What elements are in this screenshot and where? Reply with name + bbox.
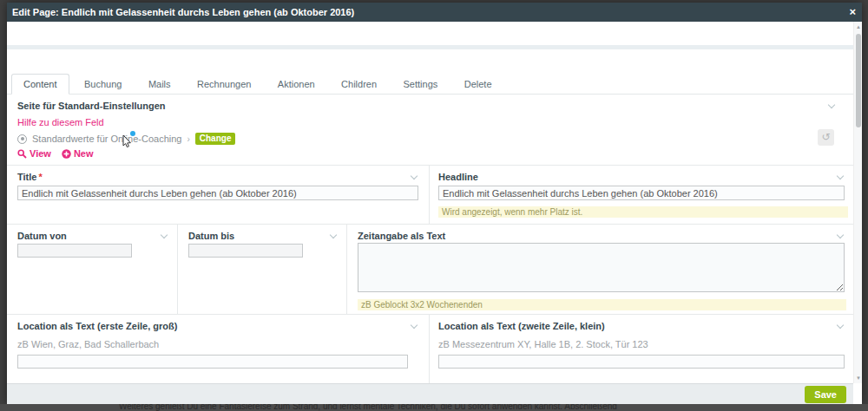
scroll-down-icon[interactable]: ▼	[854, 374, 863, 382]
tab-children[interactable]: Children	[330, 75, 388, 95]
close-icon[interactable]: ×	[849, 3, 856, 22]
tab-rechnungen[interactable]: Rechnungen	[186, 75, 262, 95]
view-link[interactable]: View	[17, 148, 51, 159]
chevron-down-icon[interactable]	[330, 232, 337, 238]
refresh-icon[interactable]: ↺	[818, 129, 834, 146]
location-2-label: Location als Text (zweite Zeile, klein)	[438, 321, 605, 331]
title-panel: Title*	[7, 166, 430, 224]
modal-titlebar: Edit Page: Endlich mit Gelassenheit durc…	[7, 3, 862, 22]
headline-panel: Headline Wird angezeigt, wenn mehr Platz…	[430, 166, 853, 224]
datum-bis-label: Datum bis	[188, 231, 234, 241]
headline-label: Headline	[438, 172, 478, 182]
zeitangabe-textarea[interactable]	[358, 243, 845, 292]
title-headline-row: Title* Headline Wird angezeigt, wenn meh…	[7, 166, 853, 225]
location-2-hint: zB Messezentrum XY, Halle 1B, 2. Stock, …	[438, 339, 648, 349]
chevron-down-icon[interactable]	[837, 322, 844, 329]
tab-buchung[interactable]: Buchung	[73, 75, 133, 95]
magnifier-icon	[17, 149, 27, 159]
location-1-hint: zB Wien, Graz, Bad Schallerbach	[17, 339, 159, 349]
defaults-section: Seite für Standard-Einstellungen Hilfe z…	[7, 95, 853, 166]
chevron-down-icon[interactable]	[828, 101, 835, 108]
datum-bis-input[interactable]	[188, 244, 303, 258]
chevron-down-icon[interactable]	[837, 232, 844, 238]
location-1-label: Location als Text (erste Zeile, groß)	[17, 321, 177, 331]
selected-default-label: Standardwerte für Online-Coaching	[32, 134, 181, 144]
chevron-right-icon: ›	[187, 134, 189, 144]
required-asterisk: *	[38, 172, 42, 182]
save-button[interactable]: Save	[805, 386, 846, 403]
location-2-panel: Location als Text (zweite Zeile, klein) …	[430, 315, 853, 383]
headline-input[interactable]	[438, 186, 845, 200]
help-link[interactable]: Hilfe zu diesem Feld	[17, 117, 104, 127]
zeitangabe-note: zB Geblockt 3x2 Wochenenden	[358, 299, 846, 310]
background-page-text: Weiteres genießt Du eine Fantasiereise z…	[119, 404, 617, 411]
screen: Edit Page: Endlich mit Gelassenheit durc…	[0, 0, 868, 411]
chevron-down-icon[interactable]	[411, 322, 418, 329]
location-2-input[interactable]	[438, 355, 845, 369]
new-link[interactable]: New	[62, 148, 94, 159]
title-input[interactable]	[17, 186, 418, 200]
headline-note: Wird angezeigt, wenn mehr Platz ist.	[438, 206, 848, 218]
edit-page-modal: Edit Page: Endlich mit Gelassenheit durc…	[7, 3, 862, 404]
tab-content[interactable]: Content	[11, 74, 69, 95]
tab-settings[interactable]: Settings	[392, 75, 450, 95]
tab-mails[interactable]: Mails	[137, 75, 182, 95]
selected-default-row: Standardwerte für Online-Coaching › Chan…	[17, 133, 235, 145]
footer-right-cap	[853, 383, 862, 404]
tab-bar: Content Buchung Mails Rechnungen Aktione…	[7, 74, 853, 95]
tab-aktionen[interactable]: Aktionen	[266, 75, 326, 95]
vertical-scrollbar[interactable]: ▲ ▼	[853, 22, 862, 383]
datum-von-panel: Datum von	[7, 225, 178, 314]
defaults-section-title: Seite für Standard-Einstellungen	[17, 101, 166, 111]
datum-bis-panel: Datum bis	[178, 225, 347, 314]
location-row: Location als Text (erste Zeile, groß) zB…	[7, 315, 853, 383]
chevron-down-icon[interactable]	[837, 173, 844, 179]
scrollbar-thumb[interactable]	[856, 34, 861, 127]
location-1-input[interactable]	[17, 355, 408, 369]
modal-footer: Save	[7, 383, 853, 404]
zeitangabe-panel: Zeitangabe als Text zB Geblockt 3x2 Woch…	[347, 225, 853, 314]
background-page-strip: Weiteres genießt Du eine Fantasiereise z…	[0, 404, 868, 411]
radio-selected-icon[interactable]	[17, 134, 27, 144]
modal-body: Content Buchung Mails Rechnungen Aktione…	[7, 22, 862, 404]
datum-von-label: Datum von	[17, 231, 67, 241]
modal-title: Edit Page: Endlich mit Gelassenheit durc…	[12, 3, 354, 22]
location-1-panel: Location als Text (erste Zeile, groß) zB…	[7, 315, 430, 383]
scroll-up-icon[interactable]: ▲	[854, 23, 863, 31]
plus-circle-icon	[62, 149, 71, 159]
chevron-down-icon[interactable]	[411, 173, 418, 179]
chevron-down-icon[interactable]	[161, 232, 168, 238]
top-divider-band	[7, 45, 853, 49]
title-label: Title	[17, 172, 36, 182]
datum-zeit-row: Datum von Datum bis Zeitangabe als Text …	[7, 225, 853, 315]
zeitangabe-label: Zeitangabe als Text	[358, 231, 445, 241]
tab-delete[interactable]: Delete	[453, 75, 503, 95]
change-button[interactable]: Change	[195, 133, 236, 145]
datum-von-input[interactable]	[17, 244, 132, 258]
view-new-links: View New	[17, 148, 94, 159]
